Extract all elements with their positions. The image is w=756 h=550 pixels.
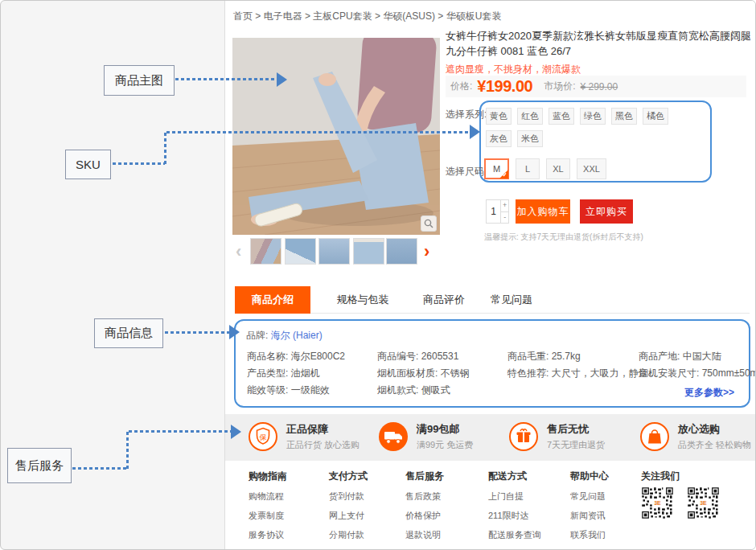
field-label: 烟机款式: xyxy=(377,384,421,396)
services-band: 保 正品保障 正品行货 放心选购 满99包邮 满99元 免运费 xyxy=(225,414,756,461)
footer-link[interactable]: 配送服务查询 xyxy=(488,529,550,541)
arrowhead-service xyxy=(231,425,241,439)
return-policy-notice: 温馨提示: 支持7天无理由退货(拆封后不支持) xyxy=(484,232,643,243)
selected-corner-icon xyxy=(499,170,508,179)
footer-link[interactable]: 常见问题 xyxy=(570,490,609,503)
product-title: 女裤牛仔裤女2020夏季新款泫雅长裤女韩版显瘦直筒宽松高腰阔腿九分牛仔裤 008… xyxy=(446,28,756,59)
quantity-minus-icon[interactable]: - xyxy=(501,212,508,224)
service-desc: 7天无理由退货 xyxy=(547,439,605,451)
field-label: 能效等级: xyxy=(247,384,291,396)
size-option-xl[interactable]: XL xyxy=(546,158,570,179)
size-option-xxl[interactable]: XXL xyxy=(577,158,606,179)
buy-now-button[interactable]: 立即购买 xyxy=(580,199,633,224)
series-option-blue[interactable]: 蓝色 xyxy=(549,108,574,125)
arrow-service-seg3 xyxy=(129,430,231,433)
footer-link[interactable]: 211限时达 xyxy=(488,510,550,522)
series-option-gray[interactable]: 灰色 xyxy=(486,130,512,147)
tab-faq[interactable]: 常见问题 xyxy=(481,286,542,314)
arrow-info xyxy=(165,331,229,334)
annotated-screenshot: 3E 首页 > 电子电器 > 主板CPU套装 > 华硕(ASUS) > 华硕板U… xyxy=(0,0,756,550)
service-title: 满99包邮 xyxy=(417,422,473,437)
tab-product-intro[interactable]: 商品介绍 xyxy=(235,286,310,314)
arrowhead-info xyxy=(229,325,240,339)
footer-column-delivery: 配送方式 上门自提 211限时达 配送服务查询 配送费收取标准 海外配送 xyxy=(488,470,550,550)
footer-column-follow-us: 关注我们 xyxy=(641,470,680,483)
thumbnail-2[interactable] xyxy=(285,238,316,265)
footer-column-payment: 支付方式 货到付款 网上支付 分期付款 银行转帐 xyxy=(329,470,368,550)
thumbnail-3[interactable] xyxy=(318,238,350,265)
product-page-panel: 首页 > 电子电器 > 主板CPU套装 > 华硕(ASUS) > 华硕板U套装 xyxy=(224,1,756,550)
truck-icon xyxy=(378,421,409,452)
footer-link[interactable]: 价格保护 xyxy=(405,510,452,522)
annotation-service: 售后服务 xyxy=(7,448,72,483)
service-title: 正品保障 xyxy=(286,422,360,437)
gift-box-icon xyxy=(508,421,539,452)
brand-label: 品牌: xyxy=(246,330,268,341)
arrowhead-sku xyxy=(470,125,480,139)
field-label: 商品毛重: xyxy=(507,351,552,362)
footer-link[interactable]: 货到付款 xyxy=(329,490,368,503)
thumbnail-4[interactable] xyxy=(353,238,384,265)
size-option-l[interactable]: L xyxy=(516,158,540,179)
next-thumbnails-icon[interactable]: › xyxy=(424,239,429,265)
service-desc: 满99元 免运费 xyxy=(417,439,473,451)
footer-link[interactable]: 联系我们 xyxy=(570,529,609,541)
series-option-beige[interactable]: 米色 xyxy=(517,130,543,147)
service-title: 售后无忧 xyxy=(547,422,605,437)
promo-text: 遮肉显瘦，不挑身材，潮流爆款 xyxy=(446,63,581,76)
size-option-m[interactable]: M xyxy=(484,158,509,179)
footer-link[interactable]: 上门自提 xyxy=(488,490,550,503)
breadcrumb[interactable]: 首页 > 电子电器 > 主板CPU套装 > 华硕(ASUS) > 华硕板U套装 xyxy=(233,10,501,23)
product-photo-illustration xyxy=(232,38,440,235)
footer-column-title: 购物指南 xyxy=(249,470,287,483)
shopping-bag-icon xyxy=(639,421,670,452)
series-option-yellow[interactable]: 黄色 xyxy=(486,108,512,125)
footer-link[interactable]: 服务协议 xyxy=(249,529,287,541)
footer-link[interactable]: 退款说明 xyxy=(405,529,452,541)
footer-link[interactable]: 售后政策 xyxy=(405,490,452,503)
arrow-sku-seg1 xyxy=(113,162,165,165)
price-band: 价格: ¥199.00 市场价: ¥ 299.00 xyxy=(446,76,746,97)
thumbnail-1[interactable] xyxy=(250,238,281,265)
add-to-cart-button[interactable]: 加入购物车 xyxy=(516,199,570,224)
thumbnail-5[interactable] xyxy=(386,238,417,265)
footer-link[interactable]: 分期付款 xyxy=(329,529,368,541)
series-option-green[interactable]: 绿色 xyxy=(580,108,606,125)
service-item: 满99包邮 满99元 免运费 xyxy=(378,421,473,452)
magnifier-icon[interactable] xyxy=(421,215,437,232)
footer-link[interactable]: 网上支付 xyxy=(329,510,368,522)
service-title: 放心选购 xyxy=(678,422,751,437)
market-price-value: ¥ 299.00 xyxy=(580,81,618,92)
more-params-link[interactable]: 更多参数>> xyxy=(684,386,734,400)
field-label: 特色推荐: xyxy=(507,367,552,379)
arrow-service-seg1 xyxy=(72,467,128,470)
size-label: 选择尺码: xyxy=(446,165,487,179)
product-main-image[interactable] xyxy=(232,38,440,235)
footer-column-after-sales: 售后服务 售后政策 价格保护 退款说明 返修/退换货 取消订单 xyxy=(405,470,452,550)
service-desc: 正品行货 放心选购 xyxy=(286,439,360,451)
brand-link[interactable]: 海尔 (Haier) xyxy=(271,330,323,341)
quantity-plus-icon[interactable]: + xyxy=(501,200,508,212)
tab-reviews[interactable]: 商品评价 xyxy=(413,286,475,314)
field-value: 2605531 xyxy=(421,351,459,362)
series-option-orange[interactable]: 橘色 xyxy=(643,108,668,125)
prev-thumbnails-icon[interactable]: ‹ xyxy=(236,239,241,265)
qr-code-2 xyxy=(687,486,720,519)
footer-link[interactable]: 购物流程 xyxy=(249,490,287,503)
footer-link[interactable]: 新闻资讯 xyxy=(570,510,609,522)
field-value: 海尔E800C2 xyxy=(291,351,345,362)
arrow-service-seg2 xyxy=(126,432,129,469)
arrowhead-main-image xyxy=(277,72,287,87)
series-option-red[interactable]: 红色 xyxy=(517,108,543,125)
field-value: 侧吸式 xyxy=(421,384,450,396)
footer-column-title: 配送方式 xyxy=(488,470,550,483)
brand-row: 品牌: 海尔 (Haier) xyxy=(246,329,323,343)
footer-column-title: 支付方式 xyxy=(329,470,368,483)
annotation-info: 商品信息 xyxy=(94,318,163,348)
tab-spec-packaging[interactable]: 规格与包装 xyxy=(318,286,407,314)
field-label: 烟机面板材质: xyxy=(377,367,441,379)
arrow-sku-seg2 xyxy=(164,133,166,165)
footer-link[interactable]: 发票制度 xyxy=(249,510,287,522)
series-option-black[interactable]: 黑色 xyxy=(611,108,637,125)
quantity-stepper[interactable]: 1 + - xyxy=(486,199,509,224)
